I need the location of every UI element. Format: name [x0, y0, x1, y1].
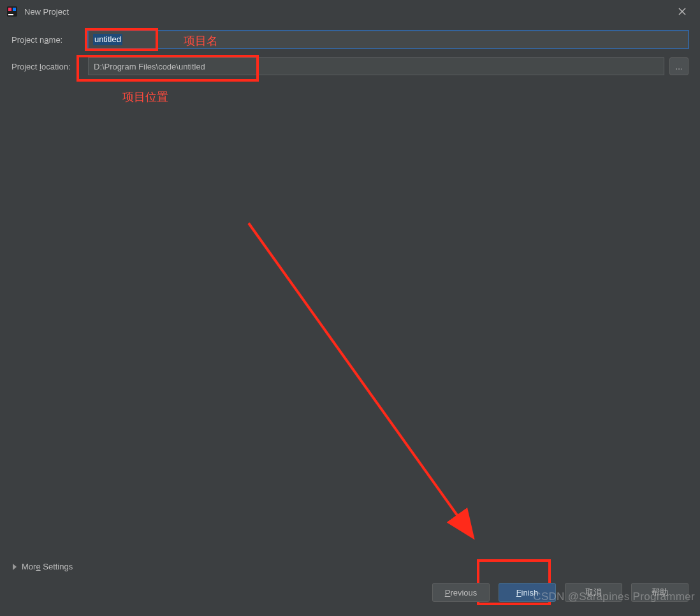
- close-icon: [678, 8, 686, 15]
- title-bar: New Project: [0, 0, 700, 23]
- previous-button[interactable]: Previous: [432, 583, 490, 602]
- svg-line-7: [249, 223, 472, 536]
- button-bar: Previous Finish 取消 帮助: [432, 583, 689, 602]
- help-button[interactable]: 帮助: [631, 583, 689, 602]
- svg-rect-3: [8, 14, 13, 15]
- annotation-arrow: [242, 217, 497, 574]
- more-settings-toggle[interactable]: More Settings: [13, 562, 73, 571]
- ellipsis-icon: ...: [676, 62, 683, 71]
- chevron-right-icon: [13, 564, 17, 570]
- finish-button[interactable]: Finish: [499, 583, 556, 602]
- project-location-label: Project location:: [11, 62, 88, 71]
- project-name-input-wrap: untitled: [88, 31, 689, 48]
- svg-rect-2: [13, 8, 16, 11]
- intellij-icon: [6, 6, 18, 17]
- svg-rect-1: [8, 8, 11, 11]
- project-location-input-wrap: [88, 57, 664, 75]
- project-location-input[interactable]: [88, 57, 664, 75]
- project-location-row: Project location: ...: [11, 57, 689, 75]
- window-title: New Project: [24, 7, 69, 17]
- close-button[interactable]: [671, 0, 694, 23]
- cancel-button[interactable]: 取消: [565, 583, 622, 602]
- form-area: Project name: untitled Project location:…: [0, 23, 700, 75]
- project-name-input[interactable]: [88, 31, 689, 48]
- browse-button[interactable]: ...: [669, 57, 689, 75]
- project-name-label: Project name:: [11, 35, 88, 45]
- project-name-row: Project name: untitled: [11, 31, 689, 48]
- annotation-location-text: 项目位置: [122, 89, 168, 105]
